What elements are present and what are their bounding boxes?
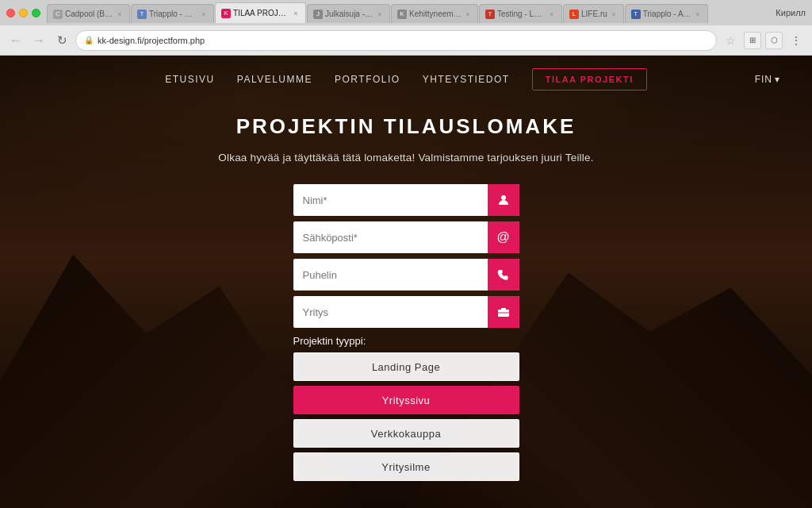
- extension-button1[interactable]: ⊞: [744, 32, 761, 49]
- tab-tilaa-proj[interactable]: K TILAA PROJEK... ×: [215, 2, 306, 23]
- tab-favicon: T: [137, 10, 147, 19]
- nav-links: ETUSIVU PALVELUMME PORTFOLIO YHTEYSTIEDO…: [165, 68, 646, 90]
- phone-input[interactable]: [293, 259, 488, 291]
- project-type-section: Projektin tyyppi: Landing Page Yrityssiv…: [293, 335, 519, 481]
- nimi-field: [293, 184, 519, 216]
- extension-button2[interactable]: ⬡: [765, 32, 783, 49]
- company-field: [293, 296, 519, 328]
- tab-favicon: L: [569, 10, 579, 19]
- tab-label: Triapplo - Sys...: [149, 10, 197, 18]
- nav-cta-button[interactable]: TILAA PROJEKTI: [532, 68, 647, 90]
- tab-favicon: C: [53, 10, 63, 19]
- traffic-lights: [6, 9, 40, 17]
- nimi-icon: [488, 184, 519, 216]
- tab-label: Cadpool (Ba C...: [65, 10, 113, 18]
- type-yritysimage[interactable]: Yritysilme: [293, 452, 519, 481]
- address-bar[interactable]: 🔒 kk-design.fi/projectform.php: [75, 30, 717, 51]
- at-icon: @: [496, 230, 509, 244]
- tab-favicon: T: [485, 10, 495, 19]
- tab-label: Testing - Lara...: [497, 10, 546, 18]
- content: ETUSIVU PALVELUMME PORTFOLIO YHTEYSTIEDO…: [0, 56, 812, 481]
- tabs-container: C Cadpool (Ba C... × T Triapplo - Sys...…: [47, 2, 768, 23]
- svg-point-0: [501, 195, 506, 200]
- phone-icon-svg: [497, 269, 509, 281]
- tab-favicon: K: [397, 10, 407, 19]
- briefcase-icon: [497, 306, 510, 318]
- page-title: PROJEKTIN TILAUSLOMAKE: [218, 114, 593, 139]
- tab-close[interactable]: ×: [548, 10, 556, 18]
- tab-label: TILAA PROJEK...: [233, 9, 289, 17]
- tab-close[interactable]: ×: [610, 10, 618, 18]
- page-subtitle: Olkaa hyvää ja täyttäkää tätä lomaketta!…: [218, 152, 593, 164]
- email-field: @: [293, 221, 519, 253]
- back-button[interactable]: ←: [6, 31, 25, 50]
- tab-label: Kehittyneempi...: [409, 10, 462, 18]
- browser-toolbar: ← → ↻ 🔒 kk-design.fi/projectform.php ☆ ⊞…: [0, 25, 812, 56]
- tab-label: Julkaisuja - ...: [325, 10, 373, 18]
- nav-yhteystiedot[interactable]: YHTEYSTIEDOT: [423, 74, 510, 85]
- tab-close[interactable]: ×: [694, 10, 702, 18]
- company-input[interactable]: [293, 296, 488, 328]
- project-type-buttons: Landing Page Yrityssivu Verkkokauppa Yri…: [293, 352, 519, 481]
- tab-favicon: T: [631, 10, 641, 19]
- nav-palvelumme[interactable]: PALVELUMME: [237, 74, 312, 85]
- nimi-input[interactable]: [293, 184, 488, 216]
- refresh-button[interactable]: ↻: [52, 31, 71, 50]
- forward-button[interactable]: →: [29, 31, 48, 50]
- tab-bar: C Cadpool (Ba C... × T Triapplo - Sys...…: [0, 0, 812, 25]
- lock-icon: 🔒: [84, 36, 94, 44]
- project-type-label: Projektin tyyppi:: [293, 335, 519, 347]
- tab-close[interactable]: ×: [116, 10, 124, 18]
- type-verkkokauppa[interactable]: Verkkokauppa: [293, 419, 519, 448]
- traffic-light-red[interactable]: [6, 9, 15, 17]
- form-container: @ Projektin tyyppi: La: [293, 184, 519, 481]
- navbar: ETUSIVU PALVELUMME PORTFOLIO YHTEYSTIEDO…: [0, 56, 812, 103]
- tab-close[interactable]: ×: [464, 10, 472, 18]
- tab-label: LIFE.ru: [581, 10, 607, 18]
- bookmark-button[interactable]: ☆: [721, 31, 740, 50]
- tab-julkaisuja[interactable]: J Julkaisuja - ... ×: [307, 4, 390, 23]
- traffic-light-green[interactable]: [32, 9, 40, 17]
- company-icon: [488, 296, 519, 328]
- phone-icon: [488, 259, 519, 291]
- tab-testing[interactable]: T Testing - Lara... ×: [479, 4, 562, 23]
- type-landing-page[interactable]: Landing Page: [293, 352, 519, 381]
- page-title-section: PROJEKTIN TILAUSLOMAKE Olkaa hyvää ja tä…: [218, 114, 593, 164]
- tab-favicon: J: [313, 10, 323, 19]
- email-input[interactable]: [293, 221, 488, 253]
- tab-close[interactable]: ×: [200, 10, 208, 18]
- tab-triapplo-agi[interactable]: T Triapplo - Agi... ×: [625, 4, 708, 23]
- more-button[interactable]: ⋮: [787, 31, 806, 50]
- phone-field: [293, 259, 519, 291]
- person-icon: [497, 194, 510, 206]
- email-icon: @: [488, 221, 519, 253]
- chevron-down-icon: ▾: [775, 74, 780, 85]
- tab-triapplo-sys[interactable]: T Triapplo - Sys... ×: [131, 4, 214, 23]
- tab-label: Triapplo - Agi...: [643, 10, 691, 18]
- tab-close[interactable]: ×: [376, 10, 384, 18]
- tab-kehittyneempi[interactable]: K Kehittyneempi... ×: [391, 4, 478, 23]
- user-label: Кирилл: [776, 8, 806, 17]
- tab-favicon: K: [221, 9, 231, 18]
- website: ETUSIVU PALVELUMME PORTFOLIO YHTEYSTIEDO…: [0, 56, 812, 508]
- tab-close[interactable]: ×: [292, 10, 300, 17]
- nav-etusivu[interactable]: ETUSIVU: [165, 74, 215, 85]
- traffic-light-yellow[interactable]: [19, 9, 28, 17]
- url-text: kk-design.fi/projectform.php: [98, 36, 708, 45]
- browser-chrome: C Cadpool (Ba C... × T Triapplo - Sys...…: [0, 0, 812, 56]
- lang-label: FIN: [755, 74, 772, 85]
- tab-life-ru[interactable]: L LIFE.ru ×: [563, 4, 624, 23]
- nav-portfolio[interactable]: PORTFOLIO: [335, 74, 400, 85]
- tab-cadpool[interactable]: C Cadpool (Ba C... ×: [47, 4, 130, 23]
- type-yrityssivu[interactable]: Yrityssivu: [293, 386, 519, 414]
- nav-lang-selector[interactable]: FIN ▾: [755, 74, 780, 85]
